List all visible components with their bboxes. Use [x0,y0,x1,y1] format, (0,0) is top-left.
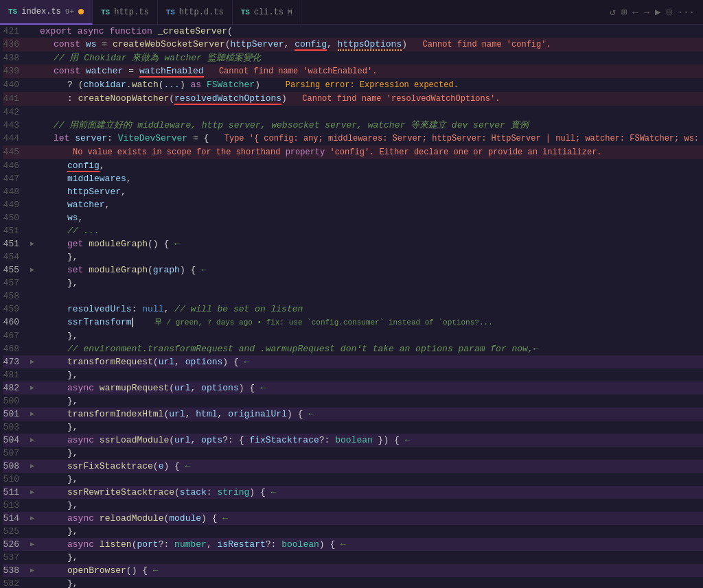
fold-icon[interactable]: ▶ [30,237,40,250]
table-row: 449 watcher, [3,198,703,211]
line-number: 482 [3,381,30,395]
line-number: 444 [3,132,30,145]
code-line: }, [40,447,703,460]
fold-icon[interactable]: ▶ [30,381,40,395]
line-number: 459 [3,303,30,316]
split-icon[interactable]: ⊞ [621,6,627,18]
fold-icon[interactable]: ▶ [30,355,40,368]
line-number: 525 [3,525,30,538]
code-line: const ws = createWebSocketServer(httpSer… [40,38,703,51]
code-line: }, [40,499,703,512]
line-number: 537 [3,551,30,564]
line-number: 455 [3,263,30,277]
line-number: 448 [3,185,30,198]
tab-bar: TS index.ts 9+ TS http.ts TS http.d.ts T… [0,0,703,25]
code-line: openBrowser() { ← [40,564,703,577]
tab-cli-ts[interactable]: TS cli.ts M [233,0,301,25]
code-line: }, [40,577,703,588]
code-line: config, [40,159,703,172]
tab-label: cli.ts [254,8,284,17]
code-line: async listen(port?: number, isRestart?: … [40,538,703,551]
code-line: ssrTransform 早 / green, 7 days ago • fix… [40,316,703,329]
history-icon[interactable]: ↺ [610,6,615,18]
line-number: 449 [3,198,30,211]
table-row: 454 }, [3,250,703,263]
line-number: 447 [3,172,30,185]
code-line: async reloadModule(module) { ← [40,512,703,525]
ts-icon: TS [8,8,17,16]
line-number: 511 [3,486,30,499]
fold-icon[interactable]: ▶ [30,460,40,473]
table-row: 525 }, [3,525,703,538]
table-row: 451 ▶ get moduleGraph() { ← [3,237,703,250]
code-line: }, [40,421,703,434]
tab-label: index.ts [21,7,61,16]
line-number: 501 [3,408,30,421]
table-row: 439 const watcher = watchEnabled Cannot … [3,64,703,78]
fold-icon[interactable]: ▶ [30,408,40,421]
tab-http-d-ts[interactable]: TS http.d.ts [158,0,233,25]
table-row: 482 ▶ async warmupRequest(url, options) … [3,381,703,395]
line-number: 441 [3,92,30,105]
table-row: 538 ▶ openBrowser() { ← [3,564,703,577]
code-line: set moduleGraph(graph) { ← [40,263,703,277]
table-row: 508 ▶ ssrFixStacktrace(e) { ← [3,460,703,473]
line-number: 500 [3,395,30,408]
table-row: 582 }, [3,577,703,588]
code-area[interactable]: 421 export async function _createServer(… [0,25,703,588]
code-line: watcher, [40,198,703,211]
table-row: 441 : createNoopWatcher(resolvedWatchOpt… [3,92,703,106]
fold-icon[interactable]: ▶ [30,263,40,277]
run-icon[interactable]: ▶ [655,6,660,18]
code-line: resolvedUrls: null, // will be set on li… [40,303,703,316]
line-number: 436 [3,38,30,51]
table-row: 501 ▶ transformIndexHtml(url, html, orig… [3,408,703,421]
code-line: : createNoopWatcher(resolvedWatchOptions… [40,92,703,106]
table-row: 468 // environment.transformRequest and … [3,342,703,355]
fold-icon[interactable]: ▶ [30,512,40,525]
line-number: 526 [3,538,30,551]
table-row: 467 }, [3,329,703,342]
line-number: 439 [3,64,30,78]
table-row: 504 ▶ async ssrLoadModule(url, opts?: { … [3,434,703,447]
back-icon[interactable]: ← [632,7,638,18]
code-line: }, [40,551,703,564]
ts-icon: TS [241,8,250,16]
code-line: transformIndexHtml(url, html, originalUr… [40,408,703,421]
table-row: 438 // 用 Chokidar 來做為 watcher 監聽檔案變化 [3,51,703,64]
code-line: // 用前面建立好的 middleware, http server, webs… [40,119,703,132]
table-row: 447 middlewares, [3,172,703,185]
line-number: 442 [3,106,30,119]
code-line: get moduleGraph() { ← [40,237,703,250]
fold-icon[interactable]: ▶ [30,434,40,447]
fold-icon[interactable]: ▶ [30,538,40,551]
code-line: // ... [40,224,703,237]
code-line: }, [40,250,703,263]
table-row: 473 ▶ transformRequest(url, options) { ← [3,355,703,368]
code-line: }, [40,525,703,538]
line-number: 514 [3,512,30,525]
line-number: 467 [3,329,30,342]
line-number: 481 [3,368,30,381]
ts-icon: TS [166,8,175,16]
fold-icon[interactable]: ▶ [30,564,40,577]
line-number: 457 [3,277,30,290]
modified-dot [78,9,84,14]
tab-index-ts[interactable]: TS index.ts 9+ [0,0,93,25]
line-number: 446 [3,159,30,172]
table-row: 444 let server: ViteDevServer = { Type '… [3,132,703,145]
line-number: 454 [3,250,30,263]
table-row: 458 [3,290,703,303]
tab-http-ts[interactable]: TS http.ts [93,0,158,25]
forward-icon[interactable]: → [644,7,649,18]
ts-icon: TS [101,8,110,16]
fold-icon[interactable]: ▶ [30,486,40,499]
more-icon[interactable]: ··· [678,7,695,18]
line-number: 443 [3,119,30,132]
code-line: // environment.transformRequest and .war… [40,342,703,355]
code-line: async ssrLoadModule(url, opts?: { fixSta… [40,434,703,447]
layout-icon[interactable]: ⊟ [666,6,671,18]
tab-label: http.ts [114,8,148,17]
code-line: ? (chokidar.watch(...) as FSWatcher) Par… [40,78,703,92]
table-row: 510 }, [3,473,703,486]
